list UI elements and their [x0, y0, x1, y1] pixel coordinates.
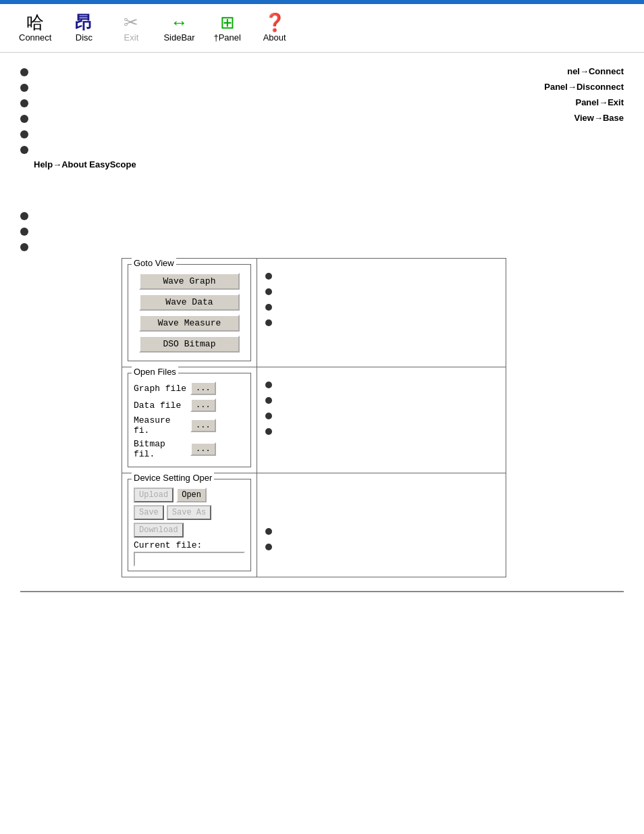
- open-files-group: Open Files Graph file ... Data file ... …: [128, 373, 251, 467]
- device-setting-cell: Device Setting Oper Upload Open Save Sav…: [122, 473, 257, 577]
- open-files-rows: Graph file ... Data file ... Measure fi.…: [134, 382, 245, 459]
- extra-bullets: [20, 210, 624, 251]
- data-file-row: Data file ...: [134, 398, 245, 412]
- panel-icon: ⊞: [220, 14, 235, 31]
- data-file-label: Data file: [134, 400, 188, 411]
- open-button[interactable]: Open: [176, 488, 207, 502]
- goto-view-group: Goto View Wave Graph Wave Data Wave Meas…: [128, 264, 251, 361]
- open-files-right: [257, 367, 506, 473]
- measure-file-row: Measure fi. ...: [134, 415, 245, 436]
- device-setting-group: Device Setting Oper Upload Open Save Sav…: [128, 479, 251, 571]
- wave-graph-button[interactable]: Wave Graph: [139, 273, 240, 290]
- right-bullet-10: [265, 542, 498, 550]
- main-content: nel→Connect Panel→Disconnect Panel→Exit …: [0, 53, 644, 599]
- exit-button[interactable]: ✂ Exit: [111, 11, 151, 45]
- extra-dot-1: [20, 212, 28, 220]
- right-bullet-9: [265, 526, 498, 535]
- right-bullet-8: [265, 426, 498, 435]
- bullet-item-help: [20, 144, 624, 154]
- measure-file-label: Measure fi.: [134, 415, 188, 436]
- bullet-item-empty1: [20, 128, 624, 138]
- right-dot-7: [265, 413, 272, 419]
- connect-label: Connect: [19, 32, 51, 43]
- bottom-line: [20, 591, 624, 592]
- right-bullet-5: [265, 380, 498, 388]
- bullet-item-view: View→Base: [20, 113, 624, 123]
- menu-help-section: nel→Connect Panel→Disconnect Panel→Exit …: [20, 66, 624, 170]
- bullet-dot-5: [20, 130, 28, 138]
- save-as-button[interactable]: Save As: [167, 505, 211, 520]
- graph-file-button[interactable]: ...: [190, 382, 216, 395]
- data-file-button[interactable]: ...: [190, 398, 216, 412]
- right-dot-8: [265, 428, 272, 435]
- connect-icon: 哈: [26, 14, 44, 31]
- bullet-item-exit: Panel→Exit: [20, 97, 624, 107]
- right-dot-4: [265, 319, 272, 326]
- bullet-dot-6: [20, 146, 28, 154]
- table-row-goto-view: Goto View Wave Graph Wave Data Wave Meas…: [122, 259, 506, 367]
- graph-file-label: Graph file: [134, 384, 188, 394]
- menu-disconnect: Panel→Disconnect: [544, 82, 624, 92]
- dso-bitmap-button[interactable]: DSO Bitmap: [139, 336, 240, 353]
- right-dot-10: [265, 544, 272, 550]
- right-dot-2: [265, 288, 272, 295]
- help-text: Help→About EasyScope: [34, 159, 624, 170]
- goto-view-title: Goto View: [132, 258, 176, 268]
- sidebar-button[interactable]: ↔ SideBar: [158, 11, 200, 45]
- menu-connect: nel→Connect: [567, 66, 624, 76]
- device-setting-controls: Upload Open Save Save As Download Curren…: [134, 488, 245, 567]
- extra-bullet-3: [20, 241, 624, 251]
- device-row-3: Download: [134, 523, 245, 538]
- bullet-dot-4: [20, 115, 28, 123]
- right-bullet-1: [265, 271, 498, 280]
- bitmap-file-button[interactable]: ...: [190, 442, 216, 456]
- exit-icon: ✂: [124, 14, 138, 31]
- upload-button[interactable]: Upload: [134, 488, 173, 502]
- wave-data-button[interactable]: Wave Data: [139, 294, 240, 311]
- goto-view-cell: Goto View Wave Graph Wave Data Wave Meas…: [122, 259, 257, 367]
- goto-view-right: [257, 259, 506, 367]
- sidebar-icon: ↔: [171, 14, 188, 31]
- extra-bullet-1: [20, 210, 624, 220]
- device-row-1: Upload Open: [134, 488, 245, 502]
- device-setting-title: Device Setting Oper: [132, 473, 214, 483]
- download-button[interactable]: Download: [134, 523, 184, 538]
- device-right-spacer: [265, 479, 498, 519]
- bullet-dot-2: [20, 84, 28, 92]
- current-file-label: Current file:: [134, 540, 245, 550]
- menu-exit: Panel→Exit: [575, 97, 624, 107]
- extra-bullet-2: [20, 226, 624, 236]
- table-row-device-setting: Device Setting Oper Upload Open Save Sav…: [122, 473, 506, 577]
- right-dot-9: [265, 528, 272, 535]
- connect-button[interactable]: 哈 Connect: [14, 11, 57, 45]
- bullet-item-connect: nel→Connect: [20, 66, 624, 76]
- bullet-dot-3: [20, 99, 28, 107]
- open-files-cell: Open Files Graph file ... Data file ... …: [122, 367, 257, 473]
- bullet-item-disconnect: Panel→Disconnect: [20, 82, 624, 92]
- about-button[interactable]: ❓ About: [254, 11, 295, 45]
- panel-button[interactable]: ⊞ †Panel: [207, 11, 248, 45]
- right-dot-6: [265, 397, 272, 404]
- device-setting-right: [257, 473, 506, 577]
- right-dot-3: [265, 304, 272, 311]
- goto-view-buttons: Wave Graph Wave Data Wave Measure DSO Bi…: [134, 273, 245, 353]
- bitmap-file-label: Bitmap fil.: [134, 439, 188, 459]
- measure-file-button[interactable]: ...: [190, 419, 216, 432]
- disc-icon: 昂: [75, 14, 92, 31]
- disc-label: Disc: [76, 32, 92, 43]
- right-dot-5: [265, 382, 272, 388]
- current-file-input[interactable]: [134, 552, 245, 567]
- right-bullet-6: [265, 395, 498, 404]
- right-bullet-3: [265, 302, 498, 311]
- main-table: Goto View Wave Graph Wave Data Wave Meas…: [122, 258, 506, 577]
- extra-dot-2: [20, 228, 28, 236]
- wave-measure-button[interactable]: Wave Measure: [139, 315, 240, 332]
- right-bullet-4: [265, 317, 498, 326]
- about-label: About: [263, 32, 286, 43]
- toolbar: 哈 Connect 昂 Disc ✂ Exit ↔ SideBar ⊞ †Pan…: [0, 4, 644, 53]
- menu-view: View→Base: [574, 113, 624, 123]
- bullet-dot-1: [20, 68, 28, 76]
- bitmap-file-row: Bitmap fil. ...: [134, 439, 245, 459]
- save-button[interactable]: Save: [134, 505, 164, 520]
- disc-button[interactable]: 昂 Disc: [63, 11, 104, 45]
